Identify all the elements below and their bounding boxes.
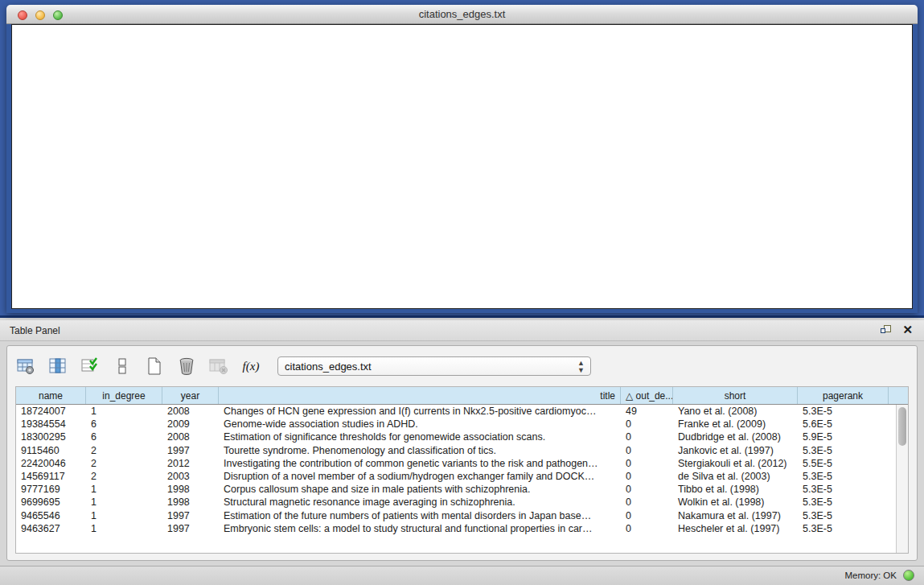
- cell-year: 1997: [162, 509, 219, 522]
- cell-short: Franke et al. (2009): [673, 418, 798, 431]
- cell-in_degree: 1: [86, 405, 162, 418]
- cell-name: 18724007: [16, 405, 86, 418]
- cell-short: Jankovic et al. (1997): [673, 444, 798, 457]
- network-window[interactable]: citations_edges.txt: [6, 5, 918, 313]
- scrollbar-thumb[interactable]: [898, 407, 906, 446]
- status-bar: Memory: OK: [0, 566, 924, 585]
- cell-year: 1998: [162, 483, 219, 496]
- cell-title: Investigating the contribution of common…: [219, 457, 621, 470]
- cell-title: Estimation of the future numbers of pati…: [219, 509, 621, 522]
- cell-year: 1997: [162, 444, 219, 457]
- table-toolbar: f(x) citations_edges.txt ▲▼: [15, 352, 909, 380]
- cell-out_de: 0: [621, 496, 673, 509]
- delete-trash-icon[interactable]: [176, 356, 197, 377]
- cell-pagerank: 5.3E-5: [798, 470, 889, 483]
- cell-short: Hescheler et al. (1997): [673, 522, 798, 535]
- cell-short: Wolkin et al. (1998): [673, 496, 798, 509]
- table-panel: Table Panel ✕: [0, 320, 924, 585]
- column-header-short[interactable]: short: [673, 387, 798, 404]
- close-panel-icon[interactable]: ✕: [902, 323, 913, 336]
- app-desktop: citations_edges.txt: [0, 0, 924, 318]
- select-rows-icon[interactable]: [80, 356, 101, 377]
- vertical-scrollbar[interactable]: [896, 405, 908, 553]
- cell-in_degree: 2: [86, 470, 162, 483]
- cell-title: Tourette syndrome. Phenomenology and cla…: [219, 444, 621, 457]
- table-row[interactable]: 946554611997Estimation of the future num…: [16, 509, 908, 522]
- memory-status-label: Memory: OK: [844, 571, 897, 580]
- cell-year: 2012: [162, 457, 219, 470]
- table-settings-icon[interactable]: [15, 356, 36, 377]
- cell-pagerank: 5.6E-5: [798, 418, 889, 431]
- table-panel-header: Table Panel ✕: [0, 320, 924, 341]
- network-window-titlebar[interactable]: citations_edges.txt: [6, 5, 918, 24]
- table-header-row: namein_degreeyeartitle△ out_de...shortpa…: [16, 387, 908, 405]
- cell-pagerank: 5.9E-5: [798, 431, 889, 443]
- network-view-canvas[interactable]: [11, 24, 913, 309]
- cell-in_degree: 2: [86, 444, 162, 457]
- cell-out_de: 0: [621, 431, 673, 443]
- row-height-icon[interactable]: [112, 356, 133, 377]
- table-row[interactable]: 1830029562008Estimation of significance …: [16, 431, 908, 443]
- table-row[interactable]: 2242004622012Investigating the contribut…: [16, 457, 908, 470]
- delete-table-icon: [208, 356, 229, 377]
- cell-short: Tibbo et al. (1998): [673, 483, 798, 496]
- table-selector-dropdown[interactable]: citations_edges.txt ▲▼: [277, 356, 591, 376]
- cell-short: Nakamura et al. (1997): [673, 509, 798, 522]
- cell-name: 9465546: [16, 509, 86, 522]
- table-panel-body: f(x) citations_edges.txt ▲▼ namein_degre…: [6, 345, 918, 561]
- cell-short: de Silva et al. (2003): [673, 470, 798, 483]
- cell-in_degree: 1: [86, 483, 162, 496]
- cell-name: 9115460: [16, 444, 86, 457]
- memory-ok-indicator: [903, 570, 914, 581]
- cell-year: 2008: [162, 405, 219, 418]
- column-header-name[interactable]: name: [16, 387, 86, 404]
- cell-out_de: 49: [621, 405, 673, 418]
- table-row[interactable]: 1938455462009Genome-wide association stu…: [16, 418, 908, 431]
- column-header-year[interactable]: year: [162, 387, 219, 404]
- column-header-in_degree[interactable]: in_degree: [86, 387, 162, 404]
- cell-short: Dudbridge et al. (2008): [673, 431, 798, 443]
- cell-in_degree: 1: [86, 522, 162, 535]
- new-file-icon[interactable]: [144, 356, 165, 377]
- cell-pagerank: 5.3E-5: [798, 509, 889, 522]
- cell-pagerank: 5.3E-5: [798, 405, 889, 418]
- dropdown-arrows-icon: ▲▼: [577, 360, 585, 374]
- cell-year: 1997: [162, 522, 219, 535]
- cell-out_de: 0: [621, 418, 673, 431]
- cell-in_degree: 6: [86, 431, 162, 443]
- cell-short: Yano et al. (2008): [673, 405, 798, 418]
- column-header-pagerank[interactable]: pagerank: [798, 387, 889, 404]
- table-row[interactable]: 1872400712008Changes of HCN gene express…: [16, 405, 908, 418]
- network-graph: [12, 25, 912, 308]
- cell-name: 9777169: [16, 483, 86, 496]
- cell-in_degree: 6: [86, 418, 162, 431]
- cell-title: Embryonic stem cells: a model to study s…: [219, 522, 621, 535]
- table-row[interactable]: 977716911998Corpus callosum shape and si…: [16, 483, 908, 496]
- cell-title: Changes of HCN gene expression and I(f) …: [219, 405, 621, 418]
- column-header-out_de[interactable]: △ out_de...: [621, 387, 673, 404]
- table-row[interactable]: 1456911722003Disruption of a novel membe…: [16, 470, 908, 483]
- table-panel-title: Table Panel: [10, 325, 60, 336]
- table-selector-value: citations_edges.txt: [285, 360, 372, 373]
- table-row[interactable]: 969969511998Structural magnetic resonanc…: [16, 496, 908, 509]
- cell-name: 22420046: [16, 457, 86, 470]
- table-row[interactable]: 911546021997Tourette syndrome. Phenomeno…: [16, 444, 908, 457]
- table-row[interactable]: 946362711997Embryonic stem cells: a mode…: [16, 522, 908, 535]
- cell-out_de: 0: [621, 522, 673, 535]
- network-window-title: citations_edges.txt: [6, 8, 918, 20]
- node-table: namein_degreeyeartitle△ out_de...shortpa…: [15, 386, 909, 554]
- cell-year: 2008: [162, 431, 219, 443]
- function-builder-icon[interactable]: f(x): [240, 356, 261, 377]
- cell-pagerank: 5.3E-5: [798, 496, 889, 509]
- cell-name: 19384554: [16, 418, 86, 431]
- cell-in_degree: 1: [86, 509, 162, 522]
- cell-pagerank: 5.3E-5: [798, 483, 889, 496]
- cell-title: Genome-wide association studies in ADHD.: [219, 418, 621, 431]
- cell-out_de: 0: [621, 483, 673, 496]
- cell-out_de: 0: [621, 444, 673, 457]
- cell-short: Stergiakouli et al. (2012): [673, 457, 798, 470]
- show-columns-icon[interactable]: [47, 356, 68, 377]
- cell-out_de: 0: [621, 509, 673, 522]
- column-header-title[interactable]: title: [219, 387, 621, 404]
- float-panel-icon[interactable]: [881, 325, 892, 336]
